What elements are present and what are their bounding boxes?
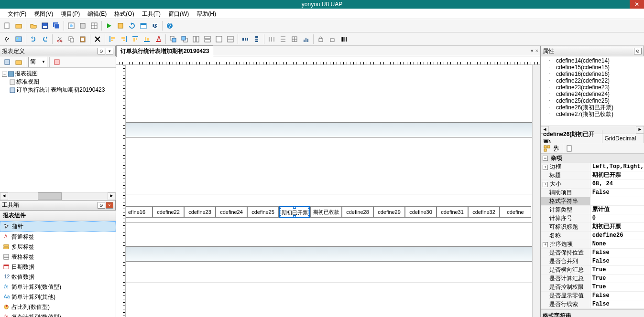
tab-menu-icon[interactable]: ▾ [531, 48, 534, 54]
property-row[interactable]: 计算类型累计值 [541, 206, 644, 214]
property-row[interactable]: +大小68, 24 [541, 180, 644, 189]
property-selector[interactable]: cdefine26(期初已开票) GridDecimal [541, 134, 644, 143]
tree-btn-1[interactable] [2, 57, 12, 67]
align-t-icon[interactable] [130, 34, 141, 44]
property-row[interactable]: 是否合并列False [541, 257, 644, 266]
db-icon[interactable]: U8 [150, 21, 160, 31]
toolbox-item[interactable]: 表格标签 [0, 252, 116, 262]
field-list-item[interactable]: cdefine22(cdefine22) [541, 77, 644, 84]
property-row[interactable]: 辅助项目False [541, 189, 644, 197]
prop-page-icon[interactable] [565, 144, 574, 153]
property-row[interactable]: 是否保持位置False [541, 249, 644, 257]
grid-field-cell[interactable]: cdefine23 [184, 206, 216, 218]
tree-collapse-icon[interactable]: − [2, 72, 7, 77]
canvas-vscroll[interactable] [532, 65, 540, 317]
scroll-thumb[interactable] [38, 192, 62, 200]
tree-item-standard[interactable]: 标准视图 [16, 78, 39, 85]
grid-icon[interactable] [89, 21, 99, 31]
tree-hscroll[interactable]: ◄ ► [0, 192, 116, 200]
grid-field-cell[interactable]: cdefine24 [216, 206, 247, 218]
image-icon[interactable] [13, 34, 24, 44]
panel-dropdown-icon[interactable]: ▾ [106, 48, 113, 54]
menu-item[interactable]: 项目(P) [57, 9, 84, 19]
export-icon[interactable] [77, 21, 88, 31]
toolbox-item[interactable]: Aa简单计算列(其他) [0, 292, 116, 302]
redo-icon[interactable] [40, 34, 50, 44]
field-list-item[interactable]: cdefine25(cdefine25) [541, 97, 644, 104]
property-row[interactable]: 是否控制权限True [541, 283, 644, 292]
toolbox-item[interactable]: fx简单计算列(数值型) [0, 282, 116, 292]
refresh-icon[interactable] [127, 21, 137, 31]
property-grid[interactable]: −杂项 +边框Left,Top,Right,标题期初已开票+大小68, 24辅助… [541, 154, 644, 309]
toolbox-item[interactable]: fx复杂计算列(数值型) [0, 312, 116, 317]
property-row[interactable]: 标题期初已开票 [541, 171, 644, 180]
config-icon[interactable] [115, 21, 126, 31]
calendar-icon[interactable] [138, 21, 149, 31]
window-close-button[interactable]: ✕ [630, 0, 644, 9]
grid-field-cell[interactable]: 期初已开票 [279, 206, 310, 218]
menu-item[interactable]: 帮助(H) [193, 9, 220, 19]
field-list-item[interactable]: cdefine26(期初已开票) [541, 104, 644, 111]
toolbox-item[interactable]: 日期数据 [0, 262, 116, 272]
new-icon[interactable] [2, 21, 12, 31]
run-icon[interactable] [104, 21, 114, 31]
toolbox-item[interactable]: A普通标签 [0, 232, 116, 242]
props-pin-icon[interactable]: ⊙ [634, 48, 642, 54]
select-icon[interactable] [2, 34, 12, 44]
field-list-item[interactable]: cdefine23(cdefine23) [541, 84, 644, 91]
tree-root[interactable]: 报表视图 [15, 70, 38, 77]
grid-field-cell[interactable]: 期初已收款 [310, 206, 342, 218]
prop-category[interactable]: −杂项 [541, 154, 644, 163]
menu-item[interactable]: 窗口(W) [164, 9, 193, 19]
scroll-left-icon[interactable]: ◄ [0, 192, 8, 200]
property-row[interactable]: 是否横向汇总True [541, 266, 644, 275]
report-canvas[interactable]: efine16cdefine22cdefine23cdefine24cdefin… [126, 65, 540, 317]
grid-field-cell[interactable]: efine16 [126, 206, 153, 218]
align-r-icon[interactable] [119, 34, 129, 44]
grid-field-cell[interactable]: cdefine25 [247, 206, 279, 218]
paste-icon[interactable] [77, 34, 88, 44]
dist-h-icon[interactable] [240, 34, 251, 44]
help-icon[interactable]: ? [164, 21, 175, 31]
menu-item[interactable]: 编辑(E) [84, 9, 110, 19]
bring-front-icon[interactable] [168, 34, 178, 44]
menu-item[interactable]: 格式(O) [110, 9, 138, 19]
align-l-icon[interactable] [107, 34, 118, 44]
toolbox-item[interactable]: 123数值数据 [0, 272, 116, 282]
layout-4-icon[interactable] [225, 34, 236, 44]
toolbox-close-icon[interactable]: × [106, 202, 113, 209]
property-row[interactable]: 是否计算汇总True [541, 275, 644, 283]
undo-icon[interactable] [28, 34, 39, 44]
menu-item[interactable]: 文件(F) [4, 9, 30, 19]
grid-field-cell[interactable]: cdefine [500, 206, 531, 218]
property-row[interactable]: 名称cdefine26 [541, 232, 644, 240]
field-list-item[interactable]: cdefine14(cdefine14) [541, 57, 644, 64]
layout-1-icon[interactable] [191, 34, 201, 44]
toolbox-item[interactable]: 指针 [0, 221, 116, 232]
copy-icon[interactable] [66, 34, 76, 44]
panel-pin-icon[interactable]: ⊙ [98, 48, 105, 54]
prop-az-icon[interactable]: AZ [552, 144, 561, 153]
field-list-item[interactable]: cdefine15(cdefine15) [541, 64, 644, 71]
footer-band-2[interactable] [126, 262, 540, 283]
layout-2-icon[interactable] [202, 34, 213, 44]
dist-v-icon[interactable] [251, 34, 262, 44]
property-row[interactable]: +边框Left,Top,Right, [541, 163, 644, 171]
tab-close-icon[interactable]: × [535, 48, 538, 54]
scroll-right-icon[interactable]: ► [108, 192, 116, 200]
property-row[interactable]: 是否行线索False [541, 300, 644, 309]
field-list-item[interactable]: cdefine24(cdefine24) [541, 91, 644, 97]
align-b-icon[interactable] [142, 34, 152, 44]
tree-refresh-icon[interactable] [52, 57, 62, 67]
property-row[interactable]: 格式字符串 [541, 197, 644, 206]
tree-dropdown[interactable]: 简▼ [28, 57, 47, 67]
property-row[interactable]: +排序选项None [541, 240, 644, 249]
same-h-icon[interactable] [278, 34, 288, 44]
prop-cat-icon[interactable] [543, 144, 551, 153]
chart-icon[interactable] [301, 34, 311, 44]
toolbox-item[interactable]: 多层标签 [0, 242, 116, 252]
tree-btn-2[interactable] [13, 57, 24, 67]
property-row[interactable]: 计算序号0 [541, 214, 644, 223]
send-back-icon[interactable] [179, 34, 190, 44]
toolbox-item[interactable]: 占比列(数值型) [0, 302, 116, 312]
